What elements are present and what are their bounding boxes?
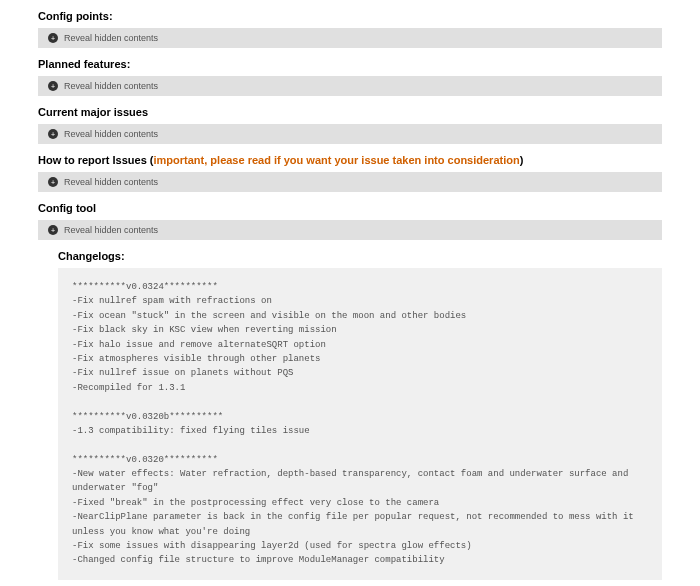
heading-text: Changelogs	[58, 250, 121, 262]
section-config-tool: Config tool + Reveal hidden contents	[38, 202, 662, 240]
plus-icon: +	[48, 225, 58, 235]
heading-text: Planned features	[38, 58, 127, 70]
reveal-report[interactable]: + Reveal hidden contents	[38, 172, 662, 192]
reveal-label: Reveal hidden contents	[64, 225, 158, 235]
section-issues: Current major issues + Reveal hidden con…	[38, 106, 662, 144]
reveal-label: Reveal hidden contents	[64, 81, 158, 91]
plus-icon: +	[48, 129, 58, 139]
reveal-label: Reveal hidden contents	[64, 33, 158, 43]
changelog-content: **********v0.0324********** -Fix nullref…	[58, 268, 662, 580]
reveal-planned[interactable]: + Reveal hidden contents	[38, 76, 662, 96]
section-config-points: Config points: + Reveal hidden contents	[38, 10, 662, 48]
reveal-label: Reveal hidden contents	[64, 129, 158, 139]
plus-icon: +	[48, 81, 58, 91]
plus-icon: +	[48, 33, 58, 43]
changelogs-heading: Changelogs:	[58, 250, 662, 262]
reveal-config-tool[interactable]: + Reveal hidden contents	[38, 220, 662, 240]
section-changelogs: Changelogs: **********v0.0324********** …	[38, 250, 662, 580]
config-points-heading: Config points:	[38, 10, 662, 22]
issues-heading: Current major issues	[38, 106, 662, 118]
heading-text: Config tool	[38, 202, 96, 214]
section-report: How to report Issues (important, please …	[38, 154, 662, 192]
heading-orange: important, please read if you want your …	[154, 154, 520, 166]
heading-text: Config points	[38, 10, 109, 22]
reveal-issues[interactable]: + Reveal hidden contents	[38, 124, 662, 144]
planned-heading: Planned features:	[38, 58, 662, 70]
report-heading: How to report Issues (important, please …	[38, 154, 662, 166]
reveal-label: Reveal hidden contents	[64, 177, 158, 187]
plus-icon: +	[48, 177, 58, 187]
config-tool-heading: Config tool	[38, 202, 662, 214]
reveal-config-points[interactable]: + Reveal hidden contents	[38, 28, 662, 48]
heading-suffix: )	[520, 154, 524, 166]
heading-text: Current major issues	[38, 106, 148, 118]
section-planned: Planned features: + Reveal hidden conten…	[38, 58, 662, 96]
heading-prefix: How to report Issues (	[38, 154, 154, 166]
